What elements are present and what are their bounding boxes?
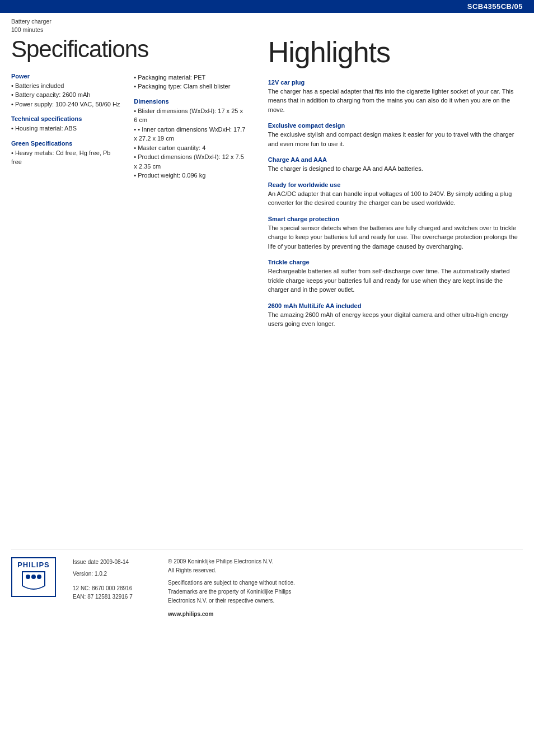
philips-shield-icon xyxy=(15,569,53,594)
highlight-worldwide-use: Ready for worldwide use An AC/DC adapter… xyxy=(268,181,523,208)
list-item: Batteries included xyxy=(11,81,123,91)
highlight-multilife-text: The amazing 2600 mAh of energy keeps you… xyxy=(268,310,523,329)
nc-row: 12 NC: 8670 000 28916 xyxy=(73,584,157,592)
list-item: Power supply: 100-240 VAC, 50/60 Hz xyxy=(11,100,123,109)
product-subtitle: Battery charger 100 minutes xyxy=(0,13,534,34)
list-item: Product weight: 0.096 kg xyxy=(134,171,245,180)
issue-date-row: Issue date 2009-08-14 xyxy=(73,557,157,567)
list-item: Housing material: ABS xyxy=(11,124,123,133)
highlight-multilife: 2600 mAh MultiLife AA included The amazi… xyxy=(268,302,523,329)
copyright-text: © 2009 Koninklijke Philips Electronics N… xyxy=(168,557,523,575)
svg-point-2 xyxy=(37,575,41,579)
highlight-compact-design: Exclusive compact design The exclusive s… xyxy=(268,122,523,148)
specifications-heading: Specifications xyxy=(11,36,246,62)
specs-two-col: Power Batteries included Battery capacit… xyxy=(11,73,246,180)
highlight-charge-aa-aaa: Charge AA and AAA The charger is designe… xyxy=(268,156,523,174)
highlight-trickle-charge: Trickle charge Rechargeable batteries al… xyxy=(268,259,523,295)
footer-meta: Issue date 2009-08-14 Version: 1.0.2 12 … xyxy=(73,557,157,601)
dimensions-section-title: Dimensions xyxy=(134,98,245,105)
technical-list: Housing material: ABS xyxy=(11,124,123,133)
green-section-title: Green Specifications xyxy=(11,140,123,147)
version-row: Version: 1.0.2 xyxy=(73,569,157,578)
product-code: SCB4355CB/05 xyxy=(467,2,523,11)
highlights-heading: Highlights xyxy=(268,36,523,68)
svg-point-1 xyxy=(26,575,30,579)
highlight-car-plug-text: The charger has a special adapter that f… xyxy=(268,87,523,115)
highlight-worldwide-use-title: Ready for worldwide use xyxy=(268,181,523,188)
highlight-charge-aa-aaa-text: The charger is designed to charge AA and… xyxy=(268,164,523,174)
ean-row: EAN: 87 12581 32916 7 xyxy=(73,592,157,601)
legal-text: Specifications are subject to change wit… xyxy=(168,578,523,605)
highlight-charge-aa-aaa-title: Charge AA and AAA xyxy=(268,156,523,163)
philips-logo: PHILIPS xyxy=(11,557,56,597)
technical-section-title: Technical specifications xyxy=(11,115,123,122)
list-item: Packaging material: PET xyxy=(134,73,245,82)
specs-right: Packaging material: PET Packaging type: … xyxy=(134,73,245,180)
issue-date-label: Issue date xyxy=(73,559,99,565)
highlights-column: Highlights 12V car plug The charger has … xyxy=(257,34,523,538)
ean-value: 87 12581 32916 7 xyxy=(87,594,133,600)
packaging-list: Packaging material: PET Packaging type: … xyxy=(134,73,245,91)
logo-area: PHILIPS xyxy=(11,557,62,597)
footer-nc: 12 NC: 8670 000 28916 EAN: 87 12581 3291… xyxy=(73,584,157,601)
specifications-column: Specifications Power Batteries included … xyxy=(11,34,257,538)
product-subtitle-text: 100 minutes xyxy=(11,26,523,34)
header-bar: SCB4355CB/05 xyxy=(0,0,534,13)
website-link: www.philips.com xyxy=(168,610,523,619)
list-item: Packaging type: Clam shell blister xyxy=(134,82,245,91)
philips-brand-text: PHILIPS xyxy=(15,561,53,569)
version-value: 1.0.2 xyxy=(95,571,107,577)
power-section-title: Power xyxy=(11,73,123,80)
footer: PHILIPS Issue date 2009-08-14 Version: 1… xyxy=(11,549,523,630)
list-item: Battery capacity: 2600 mAh xyxy=(11,90,123,100)
list-item: Heavy metals: Cd free, Hg free, Pb free xyxy=(11,148,123,167)
highlight-car-plug: 12V car plug The charger has a special a… xyxy=(268,79,523,115)
highlight-smart-charge-title: Smart charge protection xyxy=(268,216,523,222)
specs-left: Power Batteries included Battery capacit… xyxy=(11,73,123,180)
highlight-car-plug-title: 12V car plug xyxy=(268,79,523,86)
dimensions-list: Blister dimensions (WxDxH): 17 x 25 x 6 … xyxy=(134,106,245,180)
footer-legal: © 2009 Koninklijke Philips Electronics N… xyxy=(168,557,523,619)
list-item: Blister dimensions (WxDxH): 17 x 25 x 6 … xyxy=(134,106,245,125)
issue-date-value: 2009-08-14 xyxy=(100,559,129,565)
highlight-trickle-charge-text: Rechargeable batteries all suffer from s… xyxy=(268,267,523,295)
highlight-compact-design-text: The exclusive stylish and compact design… xyxy=(268,130,523,148)
svg-point-0 xyxy=(31,575,36,579)
highlight-smart-charge-text: The special sensor detects when the batt… xyxy=(268,223,523,251)
main-content: Specifications Power Batteries included … xyxy=(0,34,534,538)
highlight-trickle-charge-title: Trickle charge xyxy=(268,259,523,265)
ean-label: EAN: xyxy=(73,594,86,600)
version-label: Version: xyxy=(73,571,93,577)
highlight-compact-design-title: Exclusive compact design xyxy=(268,122,523,129)
nc-value: 8670 000 28916 xyxy=(92,585,132,591)
power-list: Batteries included Battery capacity: 260… xyxy=(11,81,123,109)
highlight-multilife-title: 2600 mAh MultiLife AA included xyxy=(268,302,523,309)
highlight-smart-charge: Smart charge protection The special sens… xyxy=(268,216,523,251)
list-item: Master carton quantity: 4 xyxy=(134,143,245,153)
list-item: Product dimensions (WxDxH): 12 x 7.5 x 2… xyxy=(134,152,245,171)
green-list: Heavy metals: Cd free, Hg free, Pb free xyxy=(11,148,123,167)
nc-label: 12 NC: xyxy=(73,585,90,591)
highlight-worldwide-use-text: An AC/DC adapter that can handle input v… xyxy=(268,189,523,208)
product-category: Battery charger xyxy=(11,17,523,26)
list-item: • Inner carton dimensions WxDxH: 17.7 x … xyxy=(134,125,245,143)
